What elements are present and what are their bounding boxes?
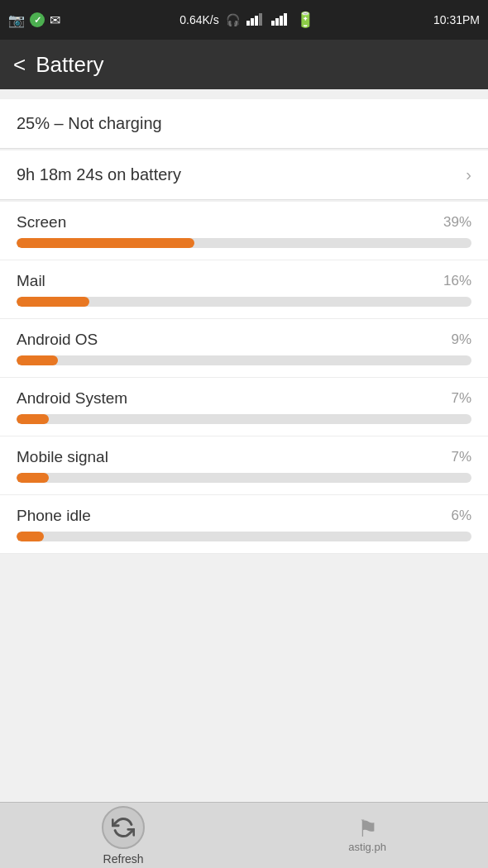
signal-icon [271,12,289,28]
usage-item[interactable]: Android System7% [0,378,488,436]
usage-item-header: Screen39% [17,213,471,231]
back-button[interactable]: < [13,54,26,75]
mail-icon: ✉ [50,12,60,28]
svg-rect-7 [284,13,287,26]
svg-rect-6 [280,16,283,26]
status-time: 10:31PM [433,13,480,26]
usage-item-header: Phone idle6% [17,507,471,525]
chevron-right-icon: › [466,165,471,184]
status-bar: 📷 ✓ ✉ 0.64K/s 🎧 🔋 10:31PM [0,0,488,40]
status-left-icons: 📷 ✓ ✉ [8,12,60,28]
battery-status-card: 25% – Not charging [0,99,488,149]
usage-item-header: Mobile signal7% [17,448,471,466]
usage-item[interactable]: Mail16% [0,260,488,319]
wifi-icon [246,12,265,28]
time-on-battery-card[interactable]: 9h 18m 24s on battery › [0,150,488,200]
bottom-bar: Refresh ⚑ astig.ph [0,802,488,868]
usage-item-header: Android OS9% [17,331,471,349]
refresh-icon [112,816,135,839]
astig-logo: ⚑ astig.ph [348,818,386,853]
usage-progress-bar [17,414,471,424]
astig-label: astig.ph [348,841,386,853]
time-display: 10:31PM [433,13,480,26]
usage-progress-bar [17,297,471,307]
status-center: 0.64K/s 🎧 🔋 [60,11,433,29]
svg-rect-1 [251,18,254,26]
headphones-icon: 🎧 [226,13,240,26]
usage-item-name: Phone idle [17,507,91,525]
header: < Battery [0,40,488,89]
usage-item[interactable]: Screen39% [0,202,488,260]
usage-item-percent: 16% [443,273,471,289]
usage-item-percent: 39% [443,214,471,231]
usage-item-header: Android System7% [17,389,471,408]
check-icon: ✓ [30,12,45,27]
usage-item[interactable]: Android OS9% [0,319,488,378]
page-title: Battery [36,52,103,78]
usage-progress-fill [17,297,89,307]
refresh-action[interactable]: Refresh [102,806,145,866]
usage-item-name: Android OS [17,331,98,349]
main-content: 25% – Not charging 9h 18m 24s on battery… [0,89,488,802]
usage-item-percent: 6% [451,508,471,524]
usage-progress-fill [17,355,58,365]
usage-item-name: Android System [17,389,127,408]
usage-item-percent: 7% [451,449,471,465]
usage-progress-bar [17,473,471,483]
refresh-label: Refresh [103,852,144,866]
usage-item-percent: 7% [451,390,471,407]
usage-item[interactable]: Mobile signal7% [0,436,488,495]
usage-item-header: Mail16% [17,272,471,290]
network-speed: 0.64K/s [179,13,218,26]
svg-rect-2 [255,16,258,26]
usage-progress-fill [17,414,49,424]
usage-item-name: Mobile signal [17,448,108,466]
svg-rect-4 [271,21,275,26]
camera-icon: 📷 [8,12,25,28]
usage-progress-bar [17,238,471,248]
svg-rect-3 [259,13,262,26]
usage-progress-fill [17,532,44,541]
usage-item-name: Mail [17,272,45,290]
usage-list: Screen39%Mail16%Android OS9%Android Syst… [0,202,488,554]
battery-time-row: 9h 18m 24s on battery › [17,165,471,184]
usage-item-name: Screen [17,213,66,231]
battery-status-icon: 🔋 [296,11,314,29]
refresh-button[interactable] [102,806,145,849]
svg-rect-0 [246,21,250,26]
usage-progress-bar [17,532,471,541]
usage-progress-fill [17,473,49,483]
usage-item[interactable]: Phone idle6% [0,495,488,554]
usage-progress-bar [17,355,471,365]
fork-icon: ⚑ [357,818,378,841]
usage-item-percent: 9% [451,331,471,348]
battery-status-text: 25% – Not charging [17,114,162,132]
usage-progress-fill [17,238,194,248]
svg-rect-5 [275,18,279,26]
battery-time-text: 9h 18m 24s on battery [17,165,181,184]
